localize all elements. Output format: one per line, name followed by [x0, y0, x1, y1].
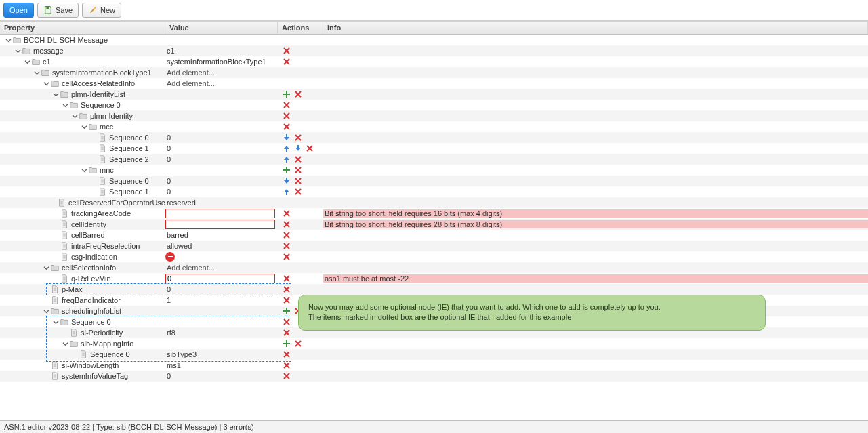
expand-toggle[interactable]	[42, 264, 50, 272]
delete-icon[interactable]	[293, 165, 303, 175]
tree-row[interactable]: mnc	[0, 165, 868, 176]
delete-icon[interactable]	[293, 133, 303, 142]
tree-row[interactable]: p-Max0	[0, 284, 868, 295]
delete-icon[interactable]	[293, 176, 303, 186]
node-label: Sequence 0	[109, 133, 149, 142]
tree-row[interactable]: Sequence 00	[0, 132, 868, 143]
add-icon[interactable]	[282, 165, 291, 175]
delete-icon[interactable]	[282, 328, 291, 337]
delete-icon[interactable]	[282, 350, 291, 359]
expand-toggle[interactable]	[51, 90, 60, 98]
tree-row[interactable]: plmn-Identity	[0, 110, 868, 121]
tree-row[interactable]: cellIdentityBit string too short, field …	[0, 219, 868, 230]
move-down-icon[interactable]	[282, 176, 291, 186]
delete-icon[interactable]	[282, 317, 291, 327]
node-label: Sequence 0	[109, 177, 149, 185]
delete-icon[interactable]	[293, 154, 303, 164]
tree-row[interactable]: Sequence 10	[0, 186, 868, 197]
delete-icon[interactable]	[282, 220, 291, 229]
tree-row[interactable]: mcc	[0, 121, 868, 132]
expand-toggle[interactable]	[42, 307, 50, 315]
expand-toggle[interactable]	[42, 79, 50, 87]
add-element-link[interactable]: Add element...	[165, 79, 215, 87]
value-text: 0	[165, 372, 171, 380]
delete-icon[interactable]	[282, 100, 291, 110]
tree-row[interactable]: q-RxLevMinasn1 must be at most -22	[0, 273, 868, 284]
expand-toggle[interactable]	[80, 166, 88, 174]
delete-icon[interactable]	[282, 230, 291, 240]
add-element-link[interactable]: Add element...	[165, 68, 215, 77]
tree-row[interactable]: intraFreqReselectionallowed	[0, 241, 868, 251]
move-down-icon[interactable]	[293, 144, 303, 153]
tree-row[interactable]: systemInfoValueTag0	[0, 371, 868, 382]
tree-row[interactable]: cellAccessRelatedInfoAdd element...	[0, 78, 868, 89]
tree-row[interactable]: Sequence 0sibType3	[0, 349, 868, 360]
delete-icon[interactable]	[282, 122, 291, 131]
col-info[interactable]: Info	[323, 22, 868, 34]
tree-row[interactable]: c1systemInformationBlockType1	[0, 56, 868, 67]
expand-toggle[interactable]	[23, 58, 31, 66]
tree-row[interactable]: systemInformationBlockType1Add element..…	[0, 67, 868, 78]
expand-toggle[interactable]	[70, 112, 79, 120]
expand-toggle[interactable]	[80, 123, 88, 131]
add-element-link[interactable]: Add element...	[165, 264, 215, 272]
expand-toggle[interactable]	[14, 47, 22, 55]
tree-row[interactable]: cellSelectionInfoAdd element...	[0, 262, 868, 273]
tree-row[interactable]: cellReservedForOperatorUsereserved	[0, 197, 868, 208]
expand-toggle[interactable]	[61, 339, 69, 348]
expand-toggle[interactable]	[4, 36, 12, 44]
move-up-icon[interactable]	[282, 187, 291, 197]
delete-icon[interactable]	[282, 209, 291, 218]
save-button[interactable]: Save	[37, 3, 79, 18]
delete-icon[interactable]	[282, 46, 291, 56]
expand-toggle	[51, 220, 60, 228]
move-up-icon[interactable]	[282, 154, 291, 164]
node-label: Sequence 0	[71, 318, 111, 326]
delete-icon[interactable]	[282, 241, 291, 251]
delete-icon[interactable]	[282, 252, 291, 262]
move-up-icon[interactable]	[282, 144, 291, 153]
delete-icon[interactable]	[282, 295, 291, 305]
value-input[interactable]	[165, 209, 275, 218]
delete-icon[interactable]	[282, 111, 291, 121]
expand-toggle	[89, 188, 98, 196]
delete-icon[interactable]	[282, 360, 291, 370]
value-input[interactable]	[165, 274, 275, 283]
node-label: Sequence 0	[81, 101, 121, 109]
delete-icon[interactable]	[293, 89, 303, 99]
delete-icon[interactable]	[282, 285, 291, 294]
tree-row[interactable]: BCCH-DL-SCH-Message	[0, 35, 868, 45]
move-down-icon[interactable]	[282, 133, 291, 142]
tree-row[interactable]: si-WindowLengthms1	[0, 360, 868, 371]
delete-icon[interactable]	[282, 57, 291, 66]
tree-row[interactable]: Sequence 10	[0, 143, 868, 154]
delete-icon[interactable]	[293, 339, 303, 348]
tree-row[interactable]: trackingAreaCodeBit string too short, fi…	[0, 208, 868, 219]
open-button[interactable]: Open	[3, 3, 34, 18]
delete-icon[interactable]	[305, 144, 314, 153]
add-icon[interactable]	[282, 339, 291, 348]
tree-row[interactable]: csg-Indication	[0, 251, 868, 262]
tree-row[interactable]: Sequence 0	[0, 100, 868, 110]
value-text: 1	[165, 296, 171, 304]
new-button[interactable]: New	[82, 3, 121, 18]
expand-toggle[interactable]	[33, 68, 41, 77]
col-property[interactable]: Property	[0, 22, 165, 34]
folder-icon	[50, 79, 60, 88]
tree-row[interactable]: plmn-IdentityList	[0, 89, 868, 100]
expand-toggle[interactable]	[61, 101, 69, 109]
col-actions[interactable]: Actions	[278, 22, 323, 34]
tree-row[interactable]: Sequence 20	[0, 154, 868, 165]
col-value[interactable]: Value	[165, 22, 278, 34]
add-icon[interactable]	[282, 89, 291, 99]
delete-icon[interactable]	[282, 274, 291, 283]
tree-row[interactable]: sib-MappingInfo	[0, 338, 868, 349]
value-input[interactable]	[165, 220, 275, 229]
delete-icon[interactable]	[293, 187, 303, 197]
tree-row[interactable]: cellBarredbarred	[0, 230, 868, 241]
tree-row[interactable]: Sequence 00	[0, 176, 868, 186]
expand-toggle[interactable]	[51, 318, 60, 326]
tree-row[interactable]: messagec1	[0, 45, 868, 56]
add-icon[interactable]	[282, 306, 291, 316]
delete-icon[interactable]	[282, 371, 291, 381]
